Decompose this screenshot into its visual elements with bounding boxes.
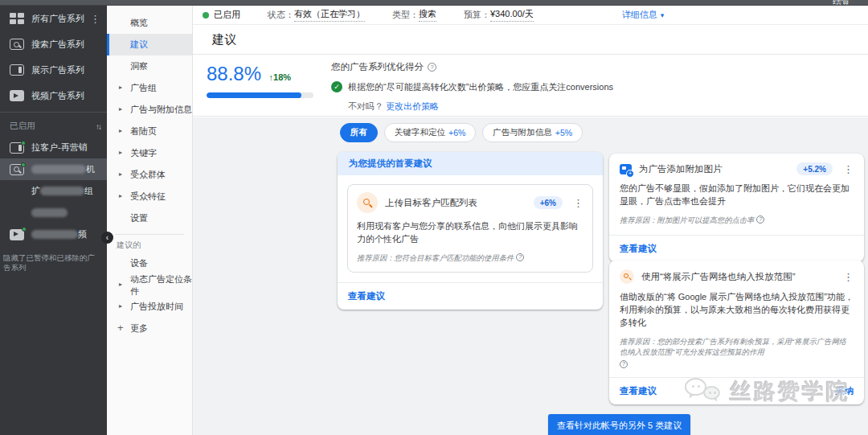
chevron-right-icon: ▸ <box>119 84 122 91</box>
tab-label: 广告组 <box>130 82 157 94</box>
tab-label: 关键字 <box>130 147 157 159</box>
top-recommendation-header: 为您提供的首要建议 <box>338 152 603 175</box>
display-campaign-icon <box>10 64 24 76</box>
search-icon <box>620 269 634 284</box>
tab-settings[interactable]: 设置 <box>107 207 192 229</box>
search-campaign-icon <box>10 164 24 175</box>
sort-icon[interactable]: ↑↓ <box>96 122 100 131</box>
tab-ad-groups[interactable]: ▸ 广告组 <box>107 77 192 99</box>
help-icon[interactable]: ? <box>428 63 436 72</box>
grid-icon <box>10 13 24 24</box>
campaign-label-suffix: 机 <box>86 163 95 175</box>
search-campaign-icon <box>10 39 24 50</box>
sidebar-collapse-button[interactable]: ‹ <box>101 232 113 244</box>
check-circle-icon: ✓ <box>331 81 342 92</box>
recommendation-title: 使用“将展示广告网络也纳入投放范围” <box>641 271 833 283</box>
help-icon[interactable]: ? <box>756 215 764 224</box>
nav-divider <box>115 234 184 235</box>
tab-recommendations[interactable]: 建议 <box>107 34 192 55</box>
view-recommendation-link[interactable]: 查看建议 <box>348 290 385 302</box>
enabled-filter-row: 已启用 ↑↓ <box>0 116 107 137</box>
campaign-item-video[interactable]: 频 <box>0 224 107 245</box>
tab-keywords[interactable]: ▸ 关键字 <box>107 142 192 164</box>
all-campaigns-label: 所有广告系列 <box>31 13 84 25</box>
campaign-item-selected[interactable]: 机 <box>0 158 107 180</box>
tab-label: 受众群体 <box>130 169 166 181</box>
question-text: 不对吗？ <box>348 101 383 111</box>
budget-value[interactable]: ¥340.00/天 <box>490 8 534 22</box>
page-sidebar: 概览 建议 洞察 ▸ 广告组 ▸ 广告与附加信息 ▸ 着陆页 ▸ 关键字 ▸ 受… <box>107 6 193 435</box>
details-button[interactable]: 详细信息 ▾ <box>622 9 665 21</box>
filter-chip-all[interactable]: 所有 <box>340 123 378 142</box>
recommendation-reason: 推荐原因：您的部分搜索广告系列有剩余预算，采用“将展示广告网络也纳入投放范围”可… <box>620 337 854 358</box>
help-icon[interactable]: ? <box>516 253 524 261</box>
campaign-item-remarketing[interactable]: 拉客户-再营销 <box>0 137 107 158</box>
more-vert-icon[interactable]: ⋮ <box>570 197 583 209</box>
tab-dynamic-ad-targets[interactable]: ▸ 动态广告定位条件 <box>107 274 192 296</box>
masked-campaign-name <box>31 208 68 217</box>
status-label: 状态： <box>268 9 294 21</box>
view-recommendation-link[interactable]: 查看建议 <box>620 243 657 255</box>
recommendation-item: 上传目标客户匹配列表 +6% ⋮ 利用现有客户与您分享的联系信息，向他们展示更具… <box>347 184 593 273</box>
campaign-item-masked-2[interactable] <box>0 202 107 224</box>
hidden-campaigns-note: 隐藏了已暂停和已移除的广告系列 <box>0 245 107 273</box>
tab-landing-pages[interactable]: ▸ 着陆页 <box>107 121 192 142</box>
search-campaigns-label: 搜索广告系列 <box>31 39 84 51</box>
sidebar-item-search-campaigns[interactable]: 搜索广告系列 <box>0 31 107 57</box>
tab-label: 广告与附加信息 <box>130 104 192 116</box>
chevron-right-icon: ▸ <box>119 192 122 199</box>
tab-more[interactable]: + 更多 <box>107 318 192 339</box>
campaign-item-masked-1[interactable]: 扩 组 <box>0 180 107 202</box>
score-detail-block: 您的广告系列优化得分 ? ✓ 根据您的“尽可能提高转化次数”出价策略，您应重点关… <box>331 61 613 113</box>
tab-audiences[interactable]: ▸ 受众群体 <box>107 164 192 186</box>
wechat-icon <box>685 376 722 407</box>
tab-insights[interactable]: 洞察 <box>107 55 192 77</box>
more-vert-icon[interactable]: ⋮ <box>840 271 854 283</box>
sidebar-item-all-campaigns[interactable]: 所有广告系列 ⋮ <box>0 6 107 31</box>
billing-label[interactable]: 结算 <box>833 0 850 6</box>
video-campaign-icon <box>10 90 24 101</box>
tab-label: 建议 <box>130 39 148 51</box>
recommendations-area: 所有 关键字和定位 +6% 广告与附加信息 +5% 为您提供的首要建议 上传目标… <box>193 117 868 435</box>
campaign-label-suffix: 组 <box>84 185 93 197</box>
recommendation-body: 借助改版的“将 Google 展示广告网络也纳入投放范围”功能，利用剩余的预算，… <box>620 291 854 330</box>
type-value[interactable]: 搜索 <box>419 8 436 22</box>
view-recommendation-link[interactable]: 查看建议 <box>620 385 657 397</box>
change-bid-strategy-link[interactable]: 更改出价策略 <box>386 101 439 111</box>
suggested-section-label: 建议的 <box>107 238 192 252</box>
tab-label: 着陆页 <box>130 125 157 137</box>
tab-label: 动态广告定位条件 <box>130 273 192 298</box>
sidebar-item-display-campaigns[interactable]: 展示广告系列 <box>0 57 107 83</box>
recommendation-reason: 推荐原因：您符合目标客户匹配功能的使用条件 <box>357 253 514 264</box>
tab-demographics[interactable]: ▸ 受众特征 <box>107 186 192 207</box>
recommendation-title: 为广告添加附加图片 <box>639 163 789 175</box>
filter-chip-keywords-targeting[interactable]: 关键字和定位 +6% <box>384 123 476 142</box>
sidebar-item-video-campaigns[interactable]: 视频广告系列 <box>0 83 107 109</box>
tab-overview[interactable]: 概览 <box>107 12 192 34</box>
score-delta: ↑18% <box>269 72 292 82</box>
status-value[interactable]: 有效（正在学习） <box>294 8 365 22</box>
chip-label: 关键字和定位 <box>395 127 445 138</box>
watermark-text: 丝路赞学院 <box>730 377 850 406</box>
tab-label: 概览 <box>130 17 148 29</box>
chevron-right-icon: ▸ <box>119 105 122 113</box>
help-icon[interactable]: ? <box>620 360 628 368</box>
chevron-right-icon: ▸ <box>119 302 122 310</box>
chevron-down-icon: ▾ <box>661 11 665 19</box>
filter-chip-ads-extensions[interactable]: 广告与附加信息 +5% <box>482 123 583 142</box>
tab-label: 洞察 <box>130 60 148 72</box>
optimization-score-value: 88.8% <box>207 63 261 84</box>
chip-label: 广告与附加信息 <box>493 127 552 138</box>
view-more-recommendations-button[interactable]: 查看针对此帐号的另外 5 类建议 <box>548 414 690 435</box>
video-campaign-icon <box>10 229 24 240</box>
bidding-insight-text: 根据您的“尽可能提高转化次数”出价策略，您应重点关注conversions <box>348 81 613 93</box>
more-vert-icon[interactable]: ⋮ <box>840 163 854 175</box>
more-vert-icon[interactable]: ⋮ <box>90 14 100 24</box>
recommendation-card-image-extensions: 为广告添加附加图片 +5.2% ⋮ 您的广告不够显眼，假如添加了附加图片，它们现… <box>609 154 864 262</box>
recommendation-body: 利用现有客户与您分享的联系信息，向他们展示更具影响力的个性化广告 <box>357 220 583 246</box>
campaign-label-suffix: 频 <box>78 228 87 240</box>
tab-devices[interactable]: 设备 <box>107 252 192 274</box>
tab-ad-schedule[interactable]: ▸ 广告投放时间 <box>107 296 192 318</box>
tab-ads-extensions[interactable]: ▸ 广告与附加信息 <box>107 99 192 121</box>
chevron-right-icon: ▸ <box>119 127 122 134</box>
